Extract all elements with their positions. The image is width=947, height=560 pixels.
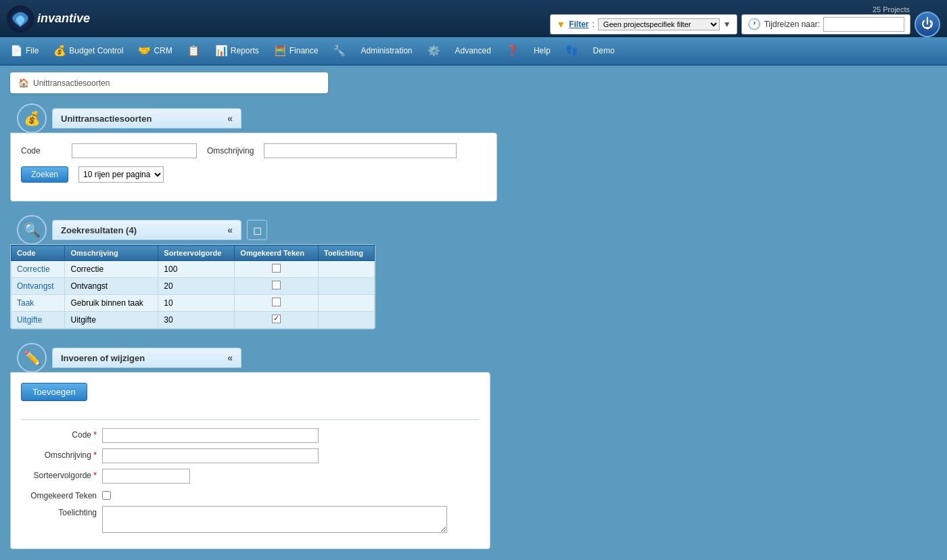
nav-tools[interactable]: 🔧: [326, 40, 352, 62]
edit-toelichting-textarea[interactable]: [102, 506, 447, 533]
search-button[interactable]: Zoeken: [21, 166, 68, 183]
col-code: Code: [11, 246, 65, 261]
filter-icon: ▼: [556, 19, 565, 30]
omschrijving-input[interactable]: [264, 143, 457, 158]
filter-select[interactable]: Geen projectspecifiek filter: [598, 18, 720, 30]
nav-administration[interactable]: Administration: [354, 40, 419, 62]
budget-icon: 💰: [53, 45, 66, 57]
topbar-controls: ▼ Filter : Geen projectspecifiek filter …: [550, 11, 940, 37]
travel-input[interactable]: [823, 17, 904, 32]
row-omgekeerd-teken: [235, 278, 319, 295]
results-section-icon: 🔍: [17, 215, 47, 245]
taak-link[interactable]: Taak: [17, 298, 34, 308]
edit-omschrijving-input[interactable]: [102, 448, 319, 463]
edit-sorteervolgorde-input[interactable]: [102, 469, 190, 484]
advanced-gear-icon: ⚙️: [428, 45, 440, 57]
nav-finance[interactable]: 🧮 Finance: [267, 40, 325, 62]
projects-count-area: 25 Projects: [873, 5, 910, 14]
add-button[interactable]: Toevoegen: [21, 383, 87, 401]
nav-advanced[interactable]: Advanced: [448, 40, 498, 62]
search-form-row: Code Omschrijving: [21, 143, 486, 158]
table-row: Uitgifte Uitgifte 30: [11, 312, 375, 329]
power-button[interactable]: ⏻: [915, 11, 940, 37]
row-omschrijving: Ontvangst: [65, 278, 158, 295]
checkbox-unchecked: [272, 298, 281, 306]
nav-finance-label: Finance: [290, 46, 319, 55]
row-sorteervolgorde: 30: [158, 312, 235, 329]
nav-demo[interactable]: Demo: [586, 40, 622, 62]
row-toelichting: [319, 278, 375, 295]
row-omgekeerd-teken: [235, 261, 319, 278]
results-section-body: Code Omschrijving Sorteervolgorde Omgeke…: [10, 244, 375, 329]
nav-reports-label: Reports: [231, 46, 259, 55]
edit-section-icon: ✏️: [17, 343, 47, 373]
row-code: Taak: [11, 295, 65, 312]
nav-advanced-icon[interactable]: ⚙️: [421, 40, 447, 62]
search-collapse-btn[interactable]: «: [227, 113, 233, 124]
logo-area: invantive: [7, 5, 90, 32]
edit-omschrijving-row: Omschrijving: [21, 448, 480, 463]
nav-projects[interactable]: 📋: [181, 40, 207, 62]
edit-code-input[interactable]: [102, 428, 319, 443]
row-omgekeerd-teken: [235, 312, 319, 329]
col-toelichting: Toelichting: [319, 246, 375, 261]
footprint-icon: 👣: [565, 45, 578, 57]
row-sorteervolgorde: 100: [158, 261, 235, 278]
search-title-bar: Unittransactiesoorten «: [52, 108, 241, 129]
home-icon: 🏠: [18, 78, 29, 88]
nav-footprint[interactable]: 👣: [559, 40, 585, 62]
nav-crm[interactable]: 🤝 CRM: [131, 40, 179, 62]
nav-file-label: File: [26, 46, 39, 55]
breadcrumb-text: Unittransactiesoorten: [33, 78, 110, 88]
edit-sorteervolgorde-row: Sorteervolgorde: [21, 469, 480, 484]
filter-label[interactable]: Filter: [569, 20, 588, 29]
power-icon: ⏻: [921, 17, 933, 31]
correctie-link[interactable]: Correctie: [17, 264, 50, 274]
table-row: Correctie Correctie 100: [11, 261, 375, 278]
logo-text: invantive: [37, 11, 90, 26]
results-expand-btn[interactable]: ◻: [247, 220, 267, 240]
travel-area: 🕐 Tijdreizen naar:: [741, 14, 910, 34]
administration-label: Administration: [361, 46, 412, 55]
search-section: 💰 Unittransactiesoorten « Code Omschrijv…: [10, 103, 504, 202]
checkbox-checked: [272, 314, 281, 323]
filter-colon: :: [593, 20, 595, 29]
edit-section-header: ✏️ Invoeren of wijzigen «: [10, 343, 490, 373]
pencil-icon: ✏️: [24, 350, 41, 366]
code-input[interactable]: [72, 143, 197, 158]
edit-omgekeerd-teken-checkbox[interactable]: [102, 491, 111, 500]
table-row: Taak Gebruik binnen taak 10: [11, 295, 375, 312]
results-collapse-btn[interactable]: «: [227, 225, 233, 235]
file-icon: 📄: [10, 45, 23, 57]
results-section: 🔍 Zoekresultaten (4) « ◻ Code Omschrijvi…: [10, 215, 375, 329]
nav-help[interactable]: Help: [527, 40, 557, 62]
content: 🏠 Unittransactiesoorten 💰 Unittransactie…: [0, 66, 947, 560]
nav-budget[interactable]: 💰 Budget Control: [47, 40, 130, 62]
edit-toelichting-label: Toelichting: [21, 506, 102, 517]
help-question-icon: ❓: [506, 45, 519, 57]
row-omschrijving: Correctie: [65, 261, 158, 278]
uitgifte-link[interactable]: Uitgifte: [17, 315, 42, 325]
nav-crm-label: CRM: [154, 46, 172, 55]
edit-divider: [21, 419, 480, 420]
topbar: invantive 25 Projects ▼ Filter : Geen pr…: [0, 0, 947, 37]
ontvangst-link[interactable]: Ontvangst: [17, 281, 54, 291]
nav-help-icon[interactable]: ❓: [499, 40, 526, 62]
travel-clock-icon: 🕐: [747, 18, 761, 30]
nav-file[interactable]: 📄 File: [3, 40, 45, 62]
help-label: Help: [534, 46, 551, 55]
edit-sorteervolgorde-label: Sorteervolgorde: [21, 469, 102, 480]
row-omschrijving: Uitgifte: [65, 312, 158, 329]
breadcrumb: 🏠 Unittransactiesoorten: [10, 72, 328, 93]
crm-icon: 🤝: [138, 45, 151, 57]
search-controls-row: Zoeken 10 rijen per pagina 25 rijen per …: [21, 166, 486, 183]
col-omgekeerd-teken: Omgekeerd Teken: [235, 246, 319, 261]
row-toelichting: [319, 312, 375, 329]
checkbox-unchecked: [272, 281, 281, 289]
projects-count: 25 Projects: [873, 5, 910, 14]
table-row: Ontvangst Ontvangst 20: [11, 278, 375, 295]
rows-per-page-select[interactable]: 10 rijen per pagina 25 rijen per pagina …: [78, 166, 164, 183]
nav-reports[interactable]: 📊 Reports: [208, 40, 266, 62]
edit-collapse-btn[interactable]: «: [227, 352, 233, 363]
checkbox-unchecked: [272, 264, 281, 273]
